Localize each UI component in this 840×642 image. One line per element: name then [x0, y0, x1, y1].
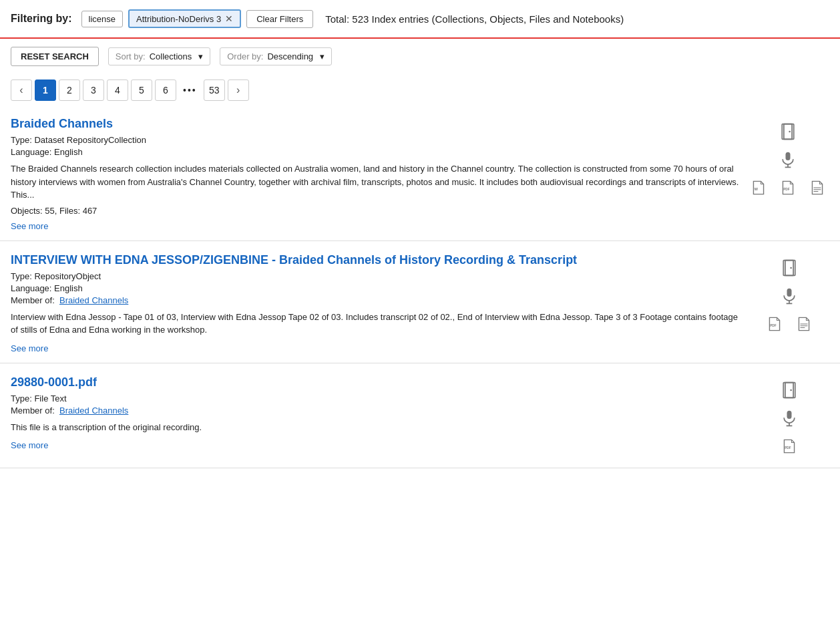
result-language-2: Language: English: [11, 283, 743, 293]
icon-row-files-1: W PDF: [747, 176, 829, 200]
word-icon-1[interactable]: W: [747, 176, 771, 200]
pagination: ‹ 1 2 3 4 5 6 ••• 53 ›: [0, 74, 840, 105]
icon-row-mic-2: [777, 284, 801, 308]
door-icon-1[interactable]: [776, 120, 800, 144]
language-label-2: Language:: [11, 283, 51, 293]
icon-row-top-1: [776, 120, 800, 144]
result-counts-1: Objects: 55, Files: 467: [11, 206, 740, 216]
type-value-3: File Text: [34, 393, 66, 404]
member-label-3: Member of:: [11, 406, 55, 416]
pdf-icon-3[interactable]: PDF: [777, 434, 801, 458]
svg-point-23: [790, 389, 792, 391]
pdf-icon-1[interactable]: PDF: [776, 176, 800, 200]
svg-text:PDF: PDF: [785, 446, 791, 450]
page-5-button[interactable]: 5: [131, 79, 152, 101]
result-desc-2: Interview with Edna Jessop - Tape 01 of …: [11, 311, 743, 337]
order-value: Descending: [267, 51, 313, 61]
result-title-3[interactable]: 29880-0001.pdf: [11, 375, 97, 389]
microphone-icon-1[interactable]: [776, 148, 800, 172]
result-member-3: Member of: Braided Channels: [11, 406, 743, 416]
type-value-2: RepositoryObject: [34, 271, 101, 281]
svg-rect-24: [787, 410, 792, 418]
svg-text:W: W: [755, 187, 759, 191]
order-label: Order by:: [227, 51, 263, 61]
language-label-1: Language:: [11, 147, 51, 157]
microphone-icon-2[interactable]: [777, 284, 801, 308]
svg-rect-3: [786, 152, 791, 160]
type-label-1: Type:: [11, 135, 32, 145]
pdf-icon-2[interactable]: PDF: [763, 312, 787, 336]
result-desc-1: The Braided Channels research collection…: [11, 162, 740, 202]
result-icons-2: PDF: [749, 253, 829, 353]
microphone-icon-3[interactable]: [777, 406, 801, 430]
pagination-ellipsis: •••: [179, 79, 201, 101]
page-1-button[interactable]: 1: [35, 79, 56, 101]
svg-text:PDF: PDF: [783, 188, 790, 191]
language-value-2: English: [54, 283, 83, 293]
license-filter-tag: license: [81, 11, 123, 27]
order-chevron-icon: ▾: [320, 51, 325, 61]
svg-text:PDF: PDF: [770, 324, 777, 327]
filter-bar: Filtering by: license Attribution-NoDeri…: [0, 0, 840, 39]
sort-chevron-icon: ▾: [198, 51, 203, 61]
svg-rect-12: [785, 260, 793, 275]
svg-point-13: [790, 267, 792, 269]
pagination-prev[interactable]: ‹: [11, 79, 32, 101]
result-type-2: Type: RepositoryObject: [11, 271, 743, 281]
member-link-3[interactable]: Braided Channels: [59, 406, 128, 416]
sort-value: Collections: [150, 51, 192, 61]
attribution-filter-tag[interactable]: Attribution-NoDerivs 3 ✕: [128, 9, 241, 28]
door-icon-3[interactable]: [777, 378, 801, 402]
results-list: Braided Channels Type: Dataset Repositor…: [0, 105, 840, 468]
see-more-1[interactable]: See more: [11, 221, 48, 231]
result-title-1[interactable]: Braided Channels: [11, 117, 113, 131]
door-icon-2[interactable]: [777, 256, 801, 280]
icon-row-files-3: PDF: [777, 434, 801, 458]
page-4-button[interactable]: 4: [107, 79, 128, 101]
see-more-2[interactable]: See more: [11, 343, 48, 353]
svg-rect-1: [784, 124, 792, 140]
language-value-1: English: [54, 147, 83, 157]
type-label-3: Type:: [11, 393, 32, 404]
result-type-3: Type: File Text: [11, 393, 743, 404]
controls-bar: RESET SEARCH Sort by: Collections ▾ Orde…: [0, 39, 840, 74]
svg-rect-22: [785, 382, 793, 397]
result-member-2: Member of: Braided Channels: [11, 295, 743, 305]
see-more-3[interactable]: See more: [11, 440, 48, 450]
type-value-1: Dataset RepositoryCollection: [34, 135, 146, 145]
svg-point-2: [789, 131, 791, 133]
page-2-button[interactable]: 2: [59, 79, 80, 101]
member-link-2[interactable]: Braided Channels: [59, 295, 128, 305]
result-icons-3: PDF: [749, 375, 829, 458]
close-filter-icon[interactable]: ✕: [225, 13, 233, 24]
result-icons-1: W PDF: [747, 117, 829, 231]
result-title-2[interactable]: INTERVIEW WITH EDNA JESSOP/ZIGENBINE - B…: [11, 253, 577, 267]
icon-row-mic-1: [776, 148, 800, 172]
reset-search-button[interactable]: RESET SEARCH: [11, 47, 99, 66]
result-content-1: Braided Channels Type: Dataset Repositor…: [11, 117, 740, 231]
clear-filters-button[interactable]: Clear Filters: [246, 10, 313, 28]
result-language-1: Language: English: [11, 147, 740, 157]
result-content-2: INTERVIEW WITH EDNA JESSOP/ZIGENBINE - B…: [11, 253, 743, 353]
icon-row-top-2: [777, 256, 801, 280]
document-icon-1[interactable]: [805, 176, 829, 200]
icon-row-files-2: PDF: [763, 312, 816, 336]
result-item-3: 29880-0001.pdf Type: File Text Member of…: [0, 363, 840, 468]
document-icon-2[interactable]: [792, 312, 816, 336]
sort-select[interactable]: Sort by: Collections ▾: [108, 47, 210, 65]
page-6-button[interactable]: 6: [155, 79, 176, 101]
page-3-button[interactable]: 3: [83, 79, 104, 101]
sort-label: Sort by:: [116, 51, 146, 61]
result-content-3: 29880-0001.pdf Type: File Text Member of…: [11, 375, 743, 458]
order-select[interactable]: Order by: Descending ▾: [220, 47, 332, 65]
filtering-label: Filtering by:: [11, 13, 72, 25]
result-type-1: Type: Dataset RepositoryCollection: [11, 135, 740, 145]
icon-row-mic-3: [777, 406, 801, 430]
pagination-next[interactable]: ›: [228, 79, 249, 101]
page-53-button[interactable]: 53: [204, 79, 225, 101]
result-desc-3: This file is a transcription of the orig…: [11, 421, 743, 434]
total-text: Total: 523 Index entries (Collections, O…: [325, 13, 624, 25]
type-label-2: Type:: [11, 271, 32, 281]
icon-row-top-3: [777, 378, 801, 402]
member-label-2: Member of:: [11, 295, 55, 305]
